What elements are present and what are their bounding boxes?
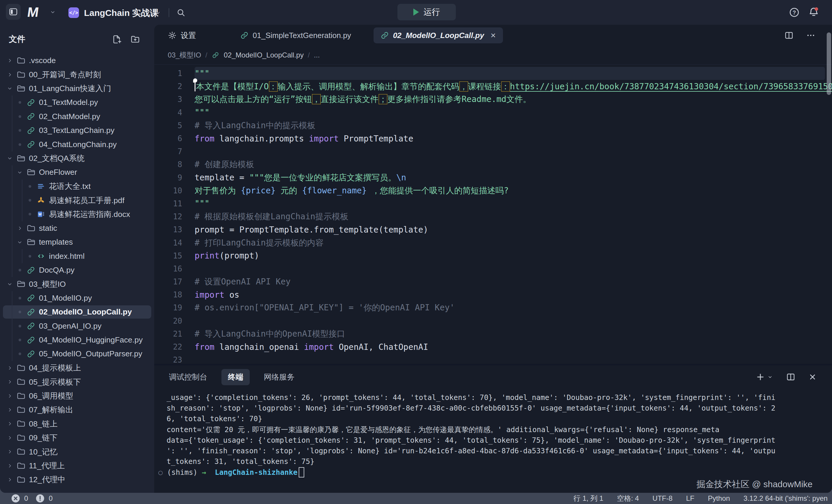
editor-scrollbar-thumb[interactable] [827,32,831,95]
tree-file-03_TextLangChain.py[interactable]: 03_TextLangChain.py [0,124,154,137]
line-number: 14 [154,238,182,247]
chevron-right-icon[interactable] [6,365,14,371]
terminal-output[interactable]: _usage': {'completion_tokens': 26, 'prom… [154,389,832,493]
chevron-right-icon[interactable] [16,225,24,231]
project-chevron-icon[interactable] [155,9,161,16]
tree-folder-.vscode[interactable]: .vscode [0,54,154,68]
chevron-right-icon[interactable] [6,379,14,385]
file-type-py-icon [26,294,36,302]
new-folder-icon[interactable] [130,34,140,44]
run-button[interactable]: 运行 [397,4,456,20]
tree-folder-09_链下[interactable]: 09_链下 [0,431,154,445]
tab-simple-text-generation[interactable]: 01_SimpleTextGeneration.py [240,31,351,40]
code-line-20: 20 [154,315,832,327]
tree-file-02_ModelIO_LoopCall.py[interactable]: 02_ModelIO_LoopCall.py [0,305,154,319]
tree-file-03_OpenAI_IO.py[interactable]: 03_OpenAI_IO.py [0,319,154,333]
chevron-right-icon[interactable] [6,393,14,399]
tree-file-易速鲜花运营指南.docx[interactable]: W易速鲜花运营指南.docx [0,207,154,221]
tree-folder-11_代理上[interactable]: 11_代理上 [0,459,154,473]
file-type-py-icon [26,140,36,149]
tree-folder-static[interactable]: static [0,221,154,235]
tree-folder-04_提示模板上[interactable]: 04_提示模板上 [0,361,154,375]
line-number: 2 [154,82,182,91]
tree-file-01_TextModel.py[interactable]: 01_TextModel.py [0,96,154,109]
tree-folder-03_模型IO[interactable]: 03_模型IO [0,277,154,291]
notifications-bell-icon[interactable] [808,6,820,18]
tree-folder-OneFlower[interactable]: OneFlower [0,165,154,179]
tree-folder-02_文档QA系统[interactable]: 02_文档QA系统 [0,152,154,165]
chevron-down-icon[interactable] [16,239,24,245]
tab-modelio-loopcall-active[interactable]: 02_ModelIO_LoopCall.py × [373,27,503,43]
chevron-down-icon[interactable] [6,281,14,287]
tree-file-花语大全.txt[interactable]: 花语大全.txt [0,180,154,193]
tree-file-02_ChatModel.py[interactable]: 02_ChatModel.py [0,110,154,124]
tree-file-易速鲜花员工手册.pdf[interactable]: 易速鲜花员工手册.pdf [0,193,154,207]
logo-chevron-icon[interactable] [50,9,56,15]
statusbar-item[interactable]: 空格: 4 [617,494,639,503]
panel-tab-调试控制台[interactable]: 调试控制台 [168,369,208,385]
split-editor-icon[interactable] [784,31,794,40]
line-number: 5 [154,121,182,130]
breadcrumb-file[interactable]: 02_ModelIO_LoopCall.py [224,51,304,59]
code-line-23: 23 [154,353,832,364]
statusbar-item[interactable]: Python [708,494,730,503]
panel-tab-网络服务[interactable]: 网络服务 [263,369,296,385]
new-terminal-button[interactable] [756,373,773,381]
terminal-cursor [298,467,304,477]
file-explorer-sidebar: 文件 .vscode 00_开篇词_奇点时刻 01_LangChain快速入门 … [0,25,154,493]
chevron-right-icon[interactable] [6,421,14,427]
terminal-line-4: content='仅需 20 元，即可拥有一束温馨的康乃馨，它是爱与感恩的象征，… [166,424,832,435]
chevron-down-icon[interactable] [16,169,24,176]
tree-folder-templates[interactable]: templates [0,235,154,249]
tree-folder-00_开篇词_奇点时刻[interactable]: 00_开篇词_奇点时刻 [0,68,154,81]
breadcrumb-more[interactable]: ... [314,51,320,59]
tree-folder-08_链上[interactable]: 08_链上 [0,417,154,431]
tree-file-index.html[interactable]: index.html [0,249,154,263]
panel-tab-终端[interactable]: 终端 [222,369,250,385]
help-icon[interactable]: ? [789,7,800,18]
statusbar: 0 0 行 1, 列 1空格: 4UTF-8LFPython3.12.2 64-… [0,493,832,504]
tree-file-01_ModelIO.py[interactable]: 01_ModelIO.py [0,291,154,305]
folder-icon [16,56,26,65]
statusbar-item[interactable]: 3.12.2 64-bit ('shims': pyen [744,494,828,503]
chevron-right-icon[interactable] [6,477,14,483]
statusbar-item[interactable]: UTF-8 [652,494,673,503]
chevron-right-icon[interactable] [6,57,14,64]
tree-folder-12_代理中[interactable]: 12_代理中 [0,473,154,486]
line-number: 7 [154,147,182,156]
breadcrumb-separator: / [308,51,310,59]
tree-file-DocQA.py[interactable]: DocQA.py [0,263,154,277]
split-terminal-icon[interactable] [786,372,796,382]
chevron-right-icon[interactable] [6,407,14,413]
tree-folder-01_LangChain快速入门[interactable]: 01_LangChain快速入门 [0,82,154,96]
statusbar-item[interactable]: LF [686,494,694,503]
chevron-down-icon[interactable] [6,155,14,161]
tree-folder-06_调用模型[interactable]: 06_调用模型 [0,389,154,403]
more-actions-icon[interactable] [806,31,815,40]
tab-settings[interactable]: 设置 [168,30,196,41]
chevron-right-icon[interactable] [6,435,14,441]
chevron-right-icon[interactable] [6,463,14,469]
problems-indicator[interactable]: 0 0 [0,494,56,503]
chevron-right-icon[interactable] [6,449,14,455]
project-name[interactable]: LangChain 实战课 [84,7,159,19]
new-file-icon[interactable] [112,34,122,44]
tree-file-05_ModelIO_OutputParser.py[interactable]: 05_ModelIO_OutputParser.py [0,347,154,361]
chevron-down-icon[interactable] [6,85,14,92]
breadcrumb-folder[interactable]: 03_模型IO [168,50,201,60]
sidebar-toggle-button[interactable] [6,4,21,20]
tree-file-04_ChatLongChain.py[interactable]: 04_ChatLongChain.py [0,137,154,151]
statusbar-item[interactable]: 行 1, 列 1 [573,494,603,503]
tree-folder-05_提示模板下[interactable]: 05_提示模板下 [0,375,154,389]
close-panel-icon[interactable] [808,373,817,381]
app-logo[interactable]: M [26,4,39,20]
tree-folder-10_记忆[interactable]: 10_记忆 [0,445,154,459]
file-status-dot [16,269,24,271]
tree-folder-07_解析输出[interactable]: 07_解析输出 [0,403,154,417]
code-editor[interactable]: 1"""2本文件是【模型I/O：输入提示、调用模型、解析输出】章节的配套代码，课… [154,64,832,364]
search-icon[interactable] [176,8,186,18]
chevron-right-icon[interactable] [6,72,14,78]
close-tab-icon[interactable]: × [491,31,496,40]
file-type-py-icon [26,322,36,330]
tree-file-04_ModelIO_HuggingFace.py[interactable]: 04_ModelIO_HuggingFace.py [0,333,154,347]
